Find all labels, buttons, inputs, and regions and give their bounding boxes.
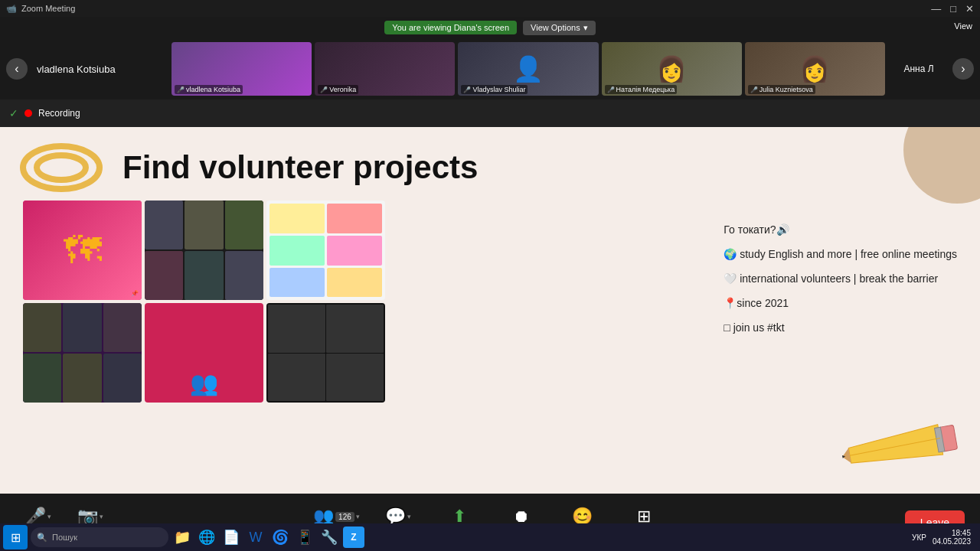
active-participant: vladlena Kotsiuba xyxy=(31,64,168,75)
participant-strip: ‹ vladlena Kotsiuba 🎤 vladlena Kotsiuba … xyxy=(0,38,980,99)
participant-name-2: Vladyslav Shuliar xyxy=(472,86,525,93)
search-placeholder: Пошук xyxy=(52,533,77,542)
taskbar-zoom-icon[interactable]: Z xyxy=(343,527,364,548)
grid-cell-4: 👥 xyxy=(145,303,263,403)
taskbar-viber-icon[interactable]: 📱 xyxy=(294,527,315,548)
paperclip-decoration xyxy=(19,141,103,194)
clock: 18:45 04.05.2023 xyxy=(933,529,971,546)
slide-title: Find volunteer projects xyxy=(122,150,957,185)
clock-time: 18:45 xyxy=(933,529,971,537)
participant-thumb-2[interactable]: 👤 🎤 Vladyslav Shuliar xyxy=(458,42,598,96)
window-title: Zoom Meeting xyxy=(21,4,75,13)
slide-area: Find volunteer projects 🗺 📌 xyxy=(0,127,980,494)
grid-cell-0: 🗺 📌 xyxy=(23,201,142,300)
participants-arrow[interactable]: ▾ xyxy=(356,513,360,520)
pencil-decoration xyxy=(838,413,969,489)
participant-thumb-4[interactable]: 👩 🎤 Julia Kuznietsova xyxy=(745,42,885,96)
grid-cell-2 xyxy=(266,201,385,300)
recording-label: Recording xyxy=(38,108,80,119)
window-controls[interactable]: — □ ✕ xyxy=(931,3,974,15)
minimize-btn[interactable]: — xyxy=(931,3,941,15)
deco-circle xyxy=(903,127,980,204)
participant-name-4: Julia Kuznietsova xyxy=(760,86,813,93)
taskbar-chrome-icon[interactable]: 🌀 xyxy=(270,527,291,548)
maximize-btn[interactable]: □ xyxy=(950,3,956,15)
view-toggle-button[interactable]: View xyxy=(954,21,972,31)
mic-icon-4: 🎤 xyxy=(750,86,758,93)
clock-date: 04.05.2023 xyxy=(933,537,971,546)
unmute-arrow[interactable]: ▾ xyxy=(47,513,51,520)
taskbar-right: УКР 18:45 04.05.2023 xyxy=(912,529,977,546)
view-options-button[interactable]: View Options ▾ xyxy=(523,21,596,35)
participant-thumb-0[interactable]: 🎤 vladlena Kotsiuba xyxy=(172,42,312,96)
taskbar-pdf-icon[interactable]: 📄 xyxy=(220,527,242,548)
info-line-2: 🤍 international volunteers | break the b… xyxy=(724,268,957,289)
check-icon: ✓ xyxy=(9,107,18,119)
info-line-4: □ join us #tkt xyxy=(724,317,957,338)
participant-name-3: Наталія Медецька xyxy=(616,86,675,93)
mic-icon-1: 🎤 xyxy=(320,86,328,93)
taskbar-misc-icon[interactable]: 🔧 xyxy=(318,527,340,548)
start-button[interactable]: ⊞ xyxy=(3,525,28,549)
info-line-3: 📍since 2021 xyxy=(724,292,957,314)
chevron-down-icon: ▾ xyxy=(583,23,588,33)
main-content-area: Find volunteer projects 🗺 📌 xyxy=(0,127,980,494)
taskbar: ⊞ 🔍 Пошук 📁 🌐 📄 W 🌀 📱 🔧 Z УКР 18:45 04.0… xyxy=(0,523,980,551)
participant-thumb-1[interactable]: 🎤 Veronika xyxy=(315,42,455,96)
close-btn[interactable]: ✕ xyxy=(965,3,974,15)
participant-thumb-3[interactable]: 👩 🎤 Наталія Медецька xyxy=(602,42,742,96)
grid-cell-3 xyxy=(23,303,142,403)
chat-arrow[interactable]: ▾ xyxy=(407,513,411,520)
info-line-0: Го токати?🔊 xyxy=(724,219,957,240)
title-bar-left: 📹 Zoom Meeting xyxy=(6,4,75,14)
svg-point-1 xyxy=(37,155,86,180)
grid-cell-5 xyxy=(266,303,385,403)
decoration-top-right xyxy=(888,127,980,219)
search-icon: 🔍 xyxy=(37,533,47,543)
participant-name-0: vladlena Kotsiuba xyxy=(186,86,240,93)
active-participant-name: vladlena Kotsiuba xyxy=(37,64,116,75)
mic-icon-0: 🎤 xyxy=(177,86,185,93)
info-line-1: 🌍 study English and more | free online m… xyxy=(724,243,957,265)
title-bar: 📹 Zoom Meeting — □ ✕ xyxy=(0,0,980,17)
next-participant-btn[interactable]: › xyxy=(952,58,974,80)
mic-icon-3: 🎤 xyxy=(607,86,615,93)
info-text: Го токати?🔊 🌍 study English and more | f… xyxy=(724,219,957,341)
grid-cell-1 xyxy=(145,201,263,300)
taskbar-edge-icon[interactable]: 🌐 xyxy=(196,527,217,548)
mic-icon-2: 🎤 xyxy=(463,86,471,93)
prev-participant-btn[interactable]: ‹ xyxy=(6,58,28,80)
notification-bar: You are viewing Diana's screen View Opti… xyxy=(0,17,980,38)
zoom-icon: 📹 xyxy=(6,4,17,14)
recording-indicator xyxy=(24,109,32,117)
last-participant-name: Анна Л xyxy=(903,64,933,74)
taskbar-word-icon[interactable]: W xyxy=(245,527,266,548)
participants-count: 126 xyxy=(335,512,354,522)
participant-name-1: Veronika xyxy=(329,86,356,93)
video-arrow[interactable]: ▾ xyxy=(100,513,103,520)
recording-bar: ✓ Recording xyxy=(0,99,980,127)
viewing-badge: You are viewing Diana's screen xyxy=(384,21,517,34)
svg-marker-2 xyxy=(848,425,943,471)
taskbar-lang: УКР xyxy=(912,533,926,542)
search-bar[interactable]: 🔍 Пошук xyxy=(31,527,168,547)
taskbar-explorer-icon[interactable]: 📁 xyxy=(172,527,193,548)
